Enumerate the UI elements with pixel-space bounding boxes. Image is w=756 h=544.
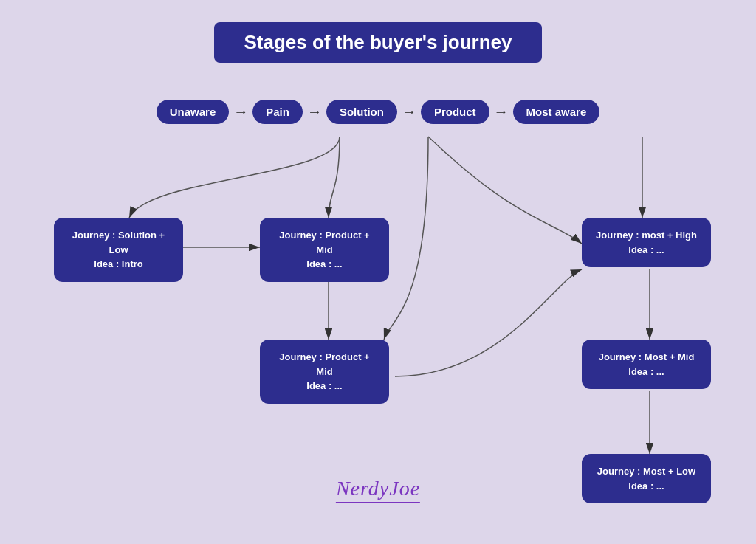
stage-most-aware: Most aware: [513, 100, 600, 124]
title-box: Stages of the buyer's journey: [214, 22, 541, 63]
journey-box-5: Journey : Most + Mid Idea : ...: [582, 340, 711, 389]
arrow-icon-3: →: [402, 103, 416, 120]
journey-box-3: Journey : most + High Idea : ...: [582, 218, 711, 267]
stage-row: Unaware → Pain → Solution → Product → Mo…: [157, 100, 600, 124]
page-title: Stages of the buyer's journey: [244, 31, 512, 53]
arrow-icon-2: →: [307, 103, 322, 120]
logo: NerdyJoe: [336, 477, 420, 503]
journey-box-4: Journey : Product + Mid Idea : ...: [260, 340, 389, 404]
journey-box-1: Journey : Solution + Low Idea : Intro: [54, 218, 183, 282]
arrow-icon-1: →: [233, 103, 248, 120]
stage-solution: Solution: [326, 100, 397, 124]
journey-box-2: Journey : Product + Mid Idea : ...: [260, 218, 389, 282]
main-container: Stages of the buyer's journey Unaware → …: [0, 0, 756, 544]
stage-pain: Pain: [252, 100, 303, 124]
stage-product: Product: [421, 100, 489, 124]
stage-unaware: Unaware: [157, 100, 230, 124]
journey-box-6: Journey : Most + Low Idea : ...: [582, 454, 711, 503]
arrow-icon-4: →: [494, 103, 509, 120]
